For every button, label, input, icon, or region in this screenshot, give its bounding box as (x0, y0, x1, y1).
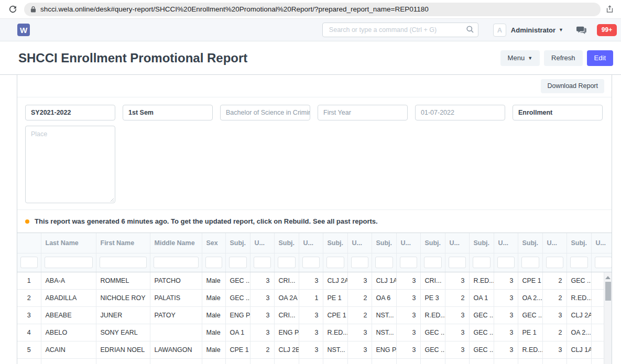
refresh-button[interactable]: Refresh (544, 50, 583, 66)
table-cell[interactable]: GEC ... (469, 306, 494, 324)
table-cell[interactable]: GEC ... (225, 289, 250, 306)
table-cell[interactable]: 5 (17, 341, 41, 358)
report-filter-5[interactable]: Enrollment (513, 105, 603, 120)
table-cell[interactable]: CLJ 1A (566, 341, 591, 358)
scroll-up-arrow-icon[interactable] (605, 276, 611, 279)
table-cell[interactable]: OA 2... (518, 289, 542, 306)
column-filter-input[interactable] (521, 257, 539, 268)
table-cell[interactable]: R.ED... (469, 272, 494, 289)
report-filter-4[interactable]: 01-07-2022 (415, 105, 505, 120)
column-header[interactable] (17, 233, 41, 253)
column-header[interactable]: Subj. (566, 233, 591, 253)
table-cell[interactable]: 3 (250, 324, 274, 341)
table-cell[interactable]: 3 (494, 341, 518, 358)
table-cell[interactable]: 2 (17, 289, 41, 306)
table-cell[interactable]: Male (202, 289, 225, 306)
column-filter-input[interactable] (570, 257, 588, 268)
table-cell[interactable]: ABELO (41, 324, 96, 341)
table-cell[interactable]: 3 (396, 324, 420, 341)
column-header[interactable]: U... (591, 233, 612, 253)
table-cell[interactable]: 1 (299, 289, 323, 306)
table-cell[interactable]: 3 (250, 272, 274, 289)
column-header[interactable]: Subj. (420, 233, 445, 253)
table-cell[interactable]: PALATIS (150, 289, 202, 306)
table-cell[interactable]: GEC ... (469, 341, 494, 358)
table-cell[interactable]: 3 (299, 324, 323, 341)
user-menu[interactable]: Administrator ▼ (511, 26, 563, 34)
column-header[interactable]: Subj. (469, 233, 494, 253)
table-cell[interactable]: GEC ... (469, 324, 494, 341)
table-cell[interactable]: 3 (396, 306, 420, 324)
table-cell[interactable]: 3 (494, 289, 518, 306)
table-cell[interactable]: GEC ... (420, 341, 445, 358)
column-header[interactable]: Subj. (518, 233, 542, 253)
column-filter-input[interactable] (351, 257, 368, 268)
table-cell[interactable]: GEC ... (420, 324, 445, 341)
column-header[interactable]: U... (299, 233, 323, 253)
table-cell[interactable]: 2 (250, 341, 274, 358)
table-cell[interactable] (150, 324, 202, 341)
table-cell[interactable]: 3 (396, 289, 420, 306)
table-cell[interactable]: 3 (494, 324, 518, 341)
table-cell[interactable]: 2 (542, 272, 566, 289)
table-cell[interactable]: 2 (542, 324, 566, 341)
column-filter-input[interactable] (254, 257, 271, 268)
column-filter-input[interactable] (229, 257, 247, 268)
address-bar[interactable]: shcci.wela.online/desk#query-report/SHCC… (24, 3, 601, 16)
column-header[interactable]: Subj. (225, 233, 250, 253)
column-filter-input[interactable] (473, 257, 491, 268)
column-filter-input[interactable] (20, 257, 38, 268)
table-cell[interactable]: 3 (542, 306, 566, 324)
table-cell[interactable]: NST... (323, 341, 347, 358)
table-cell[interactable]: PE 1 (518, 324, 542, 341)
table-cell[interactable]: 3 (396, 272, 420, 289)
report-filter-0[interactable]: SY2021-2022 (25, 105, 115, 120)
table-cell[interactable]: LAWANGON (150, 341, 202, 358)
table-cell[interactable]: CLJ 2A (566, 306, 591, 324)
table-cell[interactable]: ENG P. (274, 324, 299, 341)
table-cell[interactable]: ACAIN (41, 341, 96, 358)
table-cell[interactable]: GEC ... (518, 306, 542, 324)
table-cell[interactable]: R.ED... (518, 341, 542, 358)
report-filter-3[interactable]: First Year (318, 105, 408, 120)
table-cell[interactable]: CPE 1 (323, 306, 347, 324)
table-cell[interactable]: 3 (299, 272, 323, 289)
table-cell[interactable]: 3 (494, 272, 518, 289)
table-cell[interactable]: NICHOLE ROY (96, 289, 150, 306)
table-cell[interactable]: 3 (396, 341, 420, 358)
table-cell[interactable]: PE 1 (323, 289, 347, 306)
table-cell[interactable]: 3 (347, 272, 372, 289)
table-cell[interactable]: Male (202, 341, 225, 358)
search-input[interactable] (322, 23, 478, 37)
place-textarea[interactable] (25, 126, 115, 203)
table-cell[interactable]: 3 (17, 306, 41, 324)
table-cell[interactable]: OA 6 (372, 289, 396, 306)
table-cell[interactable]: NST... (372, 324, 396, 341)
table-cell[interactable]: CLJ 2B (274, 341, 299, 358)
table-cell[interactable]: GEC ... (225, 272, 250, 289)
column-header[interactable]: U... (445, 233, 469, 253)
table-cell[interactable]: CLJ 2A (323, 272, 347, 289)
table-cell[interactable]: ABA-A (41, 272, 96, 289)
column-header[interactable]: Subj. (274, 233, 299, 253)
report-filter-2[interactable]: Bachelor of Science in Crimir (220, 105, 310, 120)
table-cell[interactable]: 3 (542, 341, 566, 358)
column-header[interactable]: U... (347, 233, 372, 253)
table-cell[interactable]: 2 (347, 306, 372, 324)
table-cell[interactable]: Male (202, 324, 225, 341)
table-cell[interactable]: CLJ 1A (372, 272, 396, 289)
column-filter-input[interactable] (595, 257, 612, 268)
table-cell[interactable]: 3 (347, 341, 372, 358)
table-cell[interactable]: PATCHO (150, 272, 202, 289)
table-cell[interactable]: GEC ... (566, 272, 591, 289)
column-filter-input[interactable] (278, 257, 296, 268)
notification-badge[interactable]: 99+ (597, 24, 617, 36)
avatar[interactable]: A (493, 24, 506, 37)
table-cell[interactable]: OA 1 (469, 289, 494, 306)
table-cell[interactable]: 3 (250, 289, 274, 306)
table-cell[interactable]: 3 (347, 324, 372, 341)
table-cell[interactable]: 4 (17, 324, 41, 341)
reload-icon[interactable] (7, 4, 18, 15)
table-cell[interactable]: 3 (445, 306, 469, 324)
column-filter-input[interactable] (302, 257, 320, 268)
